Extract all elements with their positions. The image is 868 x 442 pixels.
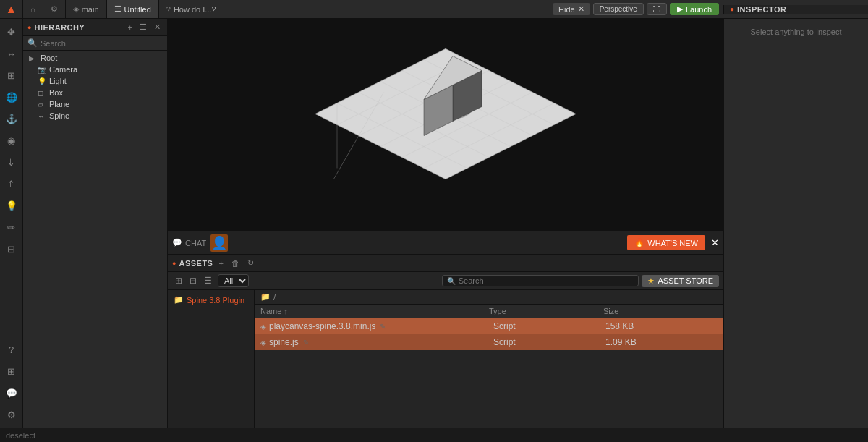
- viewport-canvas[interactable]: 💬 CHAT 👤 🔥 WHAT'S NEW ✕: [168, 19, 723, 254]
- tab-main[interactable]: ◈ main: [66, 0, 107, 18]
- tab-home[interactable]: ⌂: [23, 0, 43, 18]
- hier-camera-label: Camera: [49, 65, 77, 74]
- spine-icon: ↔: [38, 112, 46, 120]
- launch-button[interactable]: ▶ Launch: [670, 3, 719, 15]
- assets-actions: + 🗑 ↻: [216, 258, 256, 268]
- light-btn[interactable]: 💡: [1, 195, 22, 216]
- play-icon: ▶: [677, 4, 683, 14]
- hierarchy-panel: ● HIERARCHY + ☰ ✕ 🔍 ▶ Root 📷 Camera 💡 Li…: [23, 19, 168, 428]
- hierarchy-menu-btn[interactable]: ☰: [137, 22, 149, 33]
- top-tabs: ⌂ ⚙ ◈ main ☰ Untitled ? How do I...? Hid…: [23, 0, 868, 18]
- assets-delete-btn[interactable]: 🗑: [229, 258, 242, 268]
- import-btn[interactable]: ⇓: [1, 152, 22, 172]
- tab-settings[interactable]: ⚙: [43, 0, 66, 18]
- plane-icon: ▱: [38, 101, 46, 109]
- tab-untitled[interactable]: ☰ Untitled: [107, 0, 159, 18]
- fullscreen-button[interactable]: ⛶: [647, 3, 667, 15]
- root-expand-icon: ▶: [29, 54, 38, 62]
- asset-store-label: ASSET STORE: [658, 276, 713, 285]
- path-separator: /: [273, 293, 276, 302]
- assets-refresh-btn[interactable]: ↻: [244, 258, 257, 268]
- status-text: deselect: [6, 431, 35, 440]
- chat-label-area: 💬 CHAT: [172, 238, 206, 247]
- assets-search-input[interactable]: [459, 276, 634, 285]
- hier-spine[interactable]: ↔ Spine: [23, 110, 167, 122]
- app-logo: ▲: [6, 3, 17, 16]
- assets-row-0[interactable]: ◈ playcanvas-spine.3.8.min.js ✎ Script 1…: [255, 318, 723, 334]
- file-type-0: Script: [493, 321, 605, 331]
- hier-root-label: Root: [41, 54, 57, 62]
- view-list-btn[interactable]: ☰: [201, 274, 215, 287]
- icon-bar-bottom: ? ⊞ 💬 ⚙: [1, 339, 22, 428]
- box-icon: ◻: [38, 89, 46, 97]
- view-small-grid-btn[interactable]: ⊟: [187, 274, 200, 287]
- chat-avatar: 👤: [210, 234, 228, 252]
- perspective-label: Perspective: [600, 5, 637, 13]
- view-large-grid-btn[interactable]: ⊞: [172, 274, 185, 287]
- file-name-0: playcanvas-spine.3.8.min.js ✎: [269, 321, 493, 331]
- star-icon: ★: [647, 276, 655, 286]
- file-icon-1: ◈: [260, 339, 266, 347]
- search-icon: 🔍: [27, 38, 38, 48]
- assets-search-icon: 🔍: [447, 277, 456, 285]
- chat-bar: 💬 CHAT 👤 🔥 WHAT'S NEW ✕: [168, 231, 723, 254]
- assets-header: ● ASSETS + 🗑 ↻: [168, 255, 723, 272]
- path-folder-icon: 📁: [260, 292, 271, 302]
- assets-row-1[interactable]: ◈ spine.js ✎ Script 1.09 KB: [255, 334, 723, 350]
- hierarchy-header: ● HIERARCHY + ☰ ✕: [23, 19, 167, 36]
- file-edit-icon-1: ✎: [303, 339, 309, 347]
- status-bar: deselect: [0, 428, 868, 442]
- hier-plane[interactable]: ▱ Plane: [23, 98, 167, 110]
- help-btn[interactable]: ?: [1, 339, 22, 360]
- hier-spine-label: Spine: [49, 111, 69, 120]
- col-size-header: Size: [603, 307, 718, 315]
- hide-button[interactable]: Hide ✕: [553, 3, 590, 15]
- eye-btn[interactable]: ◉: [1, 130, 22, 150]
- tab-howdoi[interactable]: ? How do I...?: [159, 0, 224, 18]
- home-icon: ⌂: [30, 5, 35, 14]
- hier-light[interactable]: 💡 Light: [23, 75, 167, 87]
- hier-camera[interactable]: 📷 Camera: [23, 64, 167, 75]
- assets-content: 📁 Spine 3.8 Plugin 📁 / Name ↑: [168, 290, 723, 428]
- inspector-content: Select anything to Inspect: [724, 19, 868, 428]
- layers-btn[interactable]: ⊟: [1, 239, 22, 259]
- camera-icon: 📷: [38, 66, 46, 74]
- untitled-icon: ☰: [114, 4, 122, 14]
- assets-panel: ● ASSETS + 🗑 ↻ ⊞ ⊟ ☰ All: [168, 254, 723, 428]
- move-tool-btn[interactable]: ✥: [1, 22, 22, 42]
- hier-root[interactable]: ▶ Root: [23, 52, 167, 64]
- grid-btn[interactable]: ⊞: [1, 361, 22, 381]
- hier-box-label: Box: [49, 88, 63, 97]
- inspector-empty-message: Select anything to Inspect: [751, 27, 842, 36]
- inspector-panel: Select anything to Inspect: [723, 19, 868, 428]
- perspective-button[interactable]: Perspective: [593, 3, 644, 15]
- folder-label-spine: Spine 3.8 Plugin: [187, 296, 244, 305]
- assets-folder-spine[interactable]: 📁 Spine 3.8 Plugin: [168, 293, 254, 307]
- anchor-btn[interactable]: ⚓: [1, 109, 22, 129]
- scale-tool-btn[interactable]: ⊞: [1, 65, 22, 85]
- assets-filter-select[interactable]: All: [218, 274, 249, 287]
- asset-store-button[interactable]: ★ ASSET STORE: [642, 275, 719, 287]
- icon-bar: ✥ ↔ ⊞ 🌐 ⚓ ◉ ⇓ ⇑ 💡 ✏ ⊟ ? ⊞ 💬 ⚙: [0, 19, 23, 428]
- file-name-1: spine.js ✎: [269, 337, 493, 347]
- sort-arrow-icon: ↑: [284, 307, 288, 315]
- chat-btn[interactable]: 💬: [1, 383, 22, 403]
- globe-btn[interactable]: 🌐: [1, 87, 22, 107]
- file-size-0: 158 KB: [605, 321, 718, 331]
- hierarchy-add-btn[interactable]: +: [126, 22, 135, 33]
- export-btn[interactable]: ⇑: [1, 174, 22, 194]
- hier-box[interactable]: ◻ Box: [23, 87, 167, 98]
- assets-path: 📁 /: [255, 290, 723, 305]
- hierarchy-search-input[interactable]: [41, 39, 163, 48]
- whats-new-button[interactable]: 🔥 WHAT'S NEW: [627, 235, 705, 250]
- edit-btn[interactable]: ✏: [1, 217, 22, 237]
- select-tool-btn[interactable]: ↔: [1, 43, 22, 64]
- hierarchy-close-btn[interactable]: ✕: [152, 22, 163, 33]
- tab-main-label: main: [82, 5, 99, 14]
- prefs-btn[interactable]: ⚙: [1, 404, 22, 425]
- assets-add-btn[interactable]: +: [216, 258, 226, 268]
- whats-new-close-button[interactable]: ✕: [711, 237, 719, 248]
- main-icon: ◈: [73, 4, 79, 14]
- folder-icon-spine: 📁: [174, 295, 184, 305]
- hide-close-icon: ✕: [578, 4, 584, 14]
